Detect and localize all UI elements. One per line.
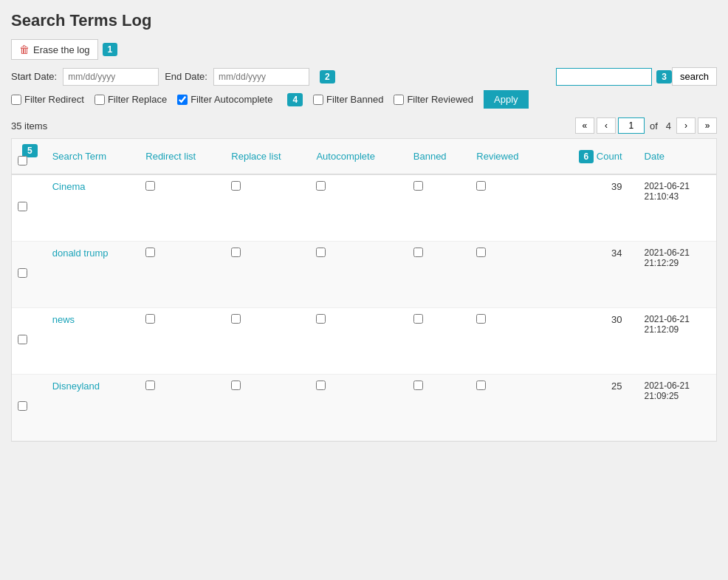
row-3-reviewed (469, 374, 544, 440)
row-1-reviewed (469, 241, 544, 307)
pagination-total-pages: 4 (666, 120, 671, 132)
pagination-prev-button[interactable]: ‹ (597, 117, 616, 134)
row-3-count: 25 (544, 374, 636, 440)
erase-badge: 1 (103, 43, 118, 56)
row-3-reviewed-checkbox[interactable] (476, 381, 486, 390)
row-2-redirect-checkbox[interactable] (145, 314, 155, 324)
search-section: 3 search (556, 67, 717, 86)
col-header-autocomplete: Autocomplete (309, 139, 405, 174)
filter-autocomplete-text: Filter Autocomplete (190, 94, 272, 105)
row-0-count: 39 (544, 174, 636, 241)
row-0-banned-checkbox[interactable] (413, 181, 423, 191)
row-1-replace-checkbox[interactable] (231, 248, 241, 257)
filter-replace-label[interactable]: Filter Replace (95, 94, 167, 105)
row-3-redirect (138, 374, 224, 440)
table-row: news302021-06-21 21:12:09 (12, 307, 716, 374)
row-1-checkbox[interactable] (18, 268, 27, 278)
row-0-redirect-checkbox[interactable] (145, 181, 155, 191)
row-1-autocomplete (309, 241, 405, 307)
row-0-check-cell (12, 174, 45, 241)
row-3-replace-checkbox[interactable] (231, 381, 241, 390)
row-1-banned (406, 241, 470, 307)
filter-autocomplete-checkbox[interactable] (177, 95, 188, 105)
filter-banned-checkbox[interactable] (313, 95, 323, 105)
table-row: Cinema392021-06-21 21:10:43 (12, 174, 716, 241)
end-date-input[interactable] (213, 68, 309, 86)
row-3-autocomplete-checkbox[interactable] (316, 381, 326, 390)
pagination-next-button[interactable]: › (676, 117, 696, 134)
pagination-first-button[interactable]: « (575, 117, 594, 134)
row-2-banned-checkbox[interactable] (413, 314, 423, 324)
badge6: 6 (579, 150, 594, 163)
row-0-reviewed-checkbox[interactable] (476, 181, 486, 191)
row-0-replace-checkbox[interactable] (231, 181, 241, 191)
select-all-checkbox[interactable] (18, 156, 27, 166)
top-bar: 35 items « ‹ of 4 › » (11, 117, 717, 134)
row-2-reviewed-checkbox[interactable] (476, 314, 486, 324)
col-header-redirect-list: Redirect list (138, 139, 224, 174)
filter-replace-checkbox[interactable] (95, 95, 105, 105)
row-3-redirect-checkbox[interactable] (145, 381, 155, 390)
row-3-replace (224, 374, 309, 440)
row-3-term-link[interactable]: Disneyland (52, 381, 100, 392)
pagination-page-input[interactable] (618, 117, 645, 134)
row-3-banned (406, 374, 470, 440)
row-1-autocomplete-checkbox[interactable] (316, 248, 326, 257)
row-0-autocomplete-checkbox[interactable] (316, 181, 326, 191)
toolbar: 🗑 Erase the log 1 (11, 39, 717, 60)
filter-reviewed-checkbox[interactable] (394, 95, 404, 105)
row-3-banned-checkbox[interactable] (413, 381, 423, 390)
row-1-banned-checkbox[interactable] (413, 248, 423, 257)
row-3-term: Disneyland (45, 374, 139, 440)
row-2-autocomplete-checkbox[interactable] (316, 314, 326, 324)
row-2-reviewed (469, 307, 544, 374)
row-0-reviewed (469, 174, 544, 241)
col-header-count: 6 Count (544, 139, 636, 174)
row-3-autocomplete (309, 374, 405, 440)
row-1-check-cell (12, 241, 45, 307)
row-0-term: Cinema (45, 174, 139, 241)
start-date-label: Start Date: (11, 71, 57, 82)
filter-banned-text: Filter Banned (326, 94, 383, 105)
row-2-banned (406, 307, 470, 374)
table-container: 5 Search Term Redirect list Replace list… (11, 138, 717, 442)
row-0-redirect (138, 174, 224, 241)
search-button[interactable]: search (672, 67, 717, 86)
filter-redirect-label[interactable]: Filter Redirect (11, 94, 84, 105)
filter-autocomplete-label[interactable]: Filter Autocomplete (177, 94, 272, 105)
filter-redirect-text: Filter Redirect (24, 94, 84, 105)
row-1-reviewed-checkbox[interactable] (476, 248, 486, 257)
row-0-banned (406, 174, 470, 241)
erase-log-button[interactable]: 🗑 Erase the log (11, 39, 98, 60)
row-2-checkbox[interactable] (18, 335, 27, 344)
table-row: Disneyland252021-06-21 21:09:25 (12, 374, 716, 440)
row-1-term-link[interactable]: donald trump (52, 248, 109, 259)
row-3-checkbox[interactable] (18, 401, 27, 411)
col-header-search-term: Search Term (45, 139, 139, 174)
filter-banned-label[interactable]: Filter Banned (313, 94, 383, 105)
search-badge: 3 (656, 70, 672, 83)
row-0-term-link[interactable]: Cinema (52, 181, 86, 192)
row-2-term-link[interactable]: news (52, 314, 75, 325)
filter-redirect-checkbox[interactable] (11, 95, 21, 105)
row-2-replace (224, 307, 309, 374)
trash-icon: 🗑 (19, 44, 30, 55)
row-2-replace-checkbox[interactable] (231, 314, 241, 324)
table-row: donald trump342021-06-21 21:12:29 (12, 241, 716, 307)
col-header-replace-list: Replace list (224, 139, 309, 174)
date-badge: 2 (320, 70, 335, 83)
filter-reviewed-text: Filter Reviewed (407, 94, 473, 105)
row-2-date: 2021-06-21 21:12:09 (637, 307, 716, 374)
row-1-replace (224, 241, 309, 307)
start-date-input[interactable] (63, 68, 159, 86)
pagination-last-button[interactable]: » (698, 117, 717, 134)
row-1-redirect-checkbox[interactable] (145, 248, 155, 257)
col-header-select: 5 (12, 139, 45, 174)
search-input[interactable] (556, 68, 652, 86)
apply-button[interactable]: Apply (484, 90, 529, 109)
filter-reviewed-label[interactable]: Filter Reviewed (394, 94, 473, 105)
row-0-checkbox[interactable] (18, 202, 27, 211)
row-0-autocomplete (309, 174, 405, 241)
row-0-replace (224, 174, 309, 241)
row-3-date: 2021-06-21 21:09:25 (637, 374, 716, 440)
